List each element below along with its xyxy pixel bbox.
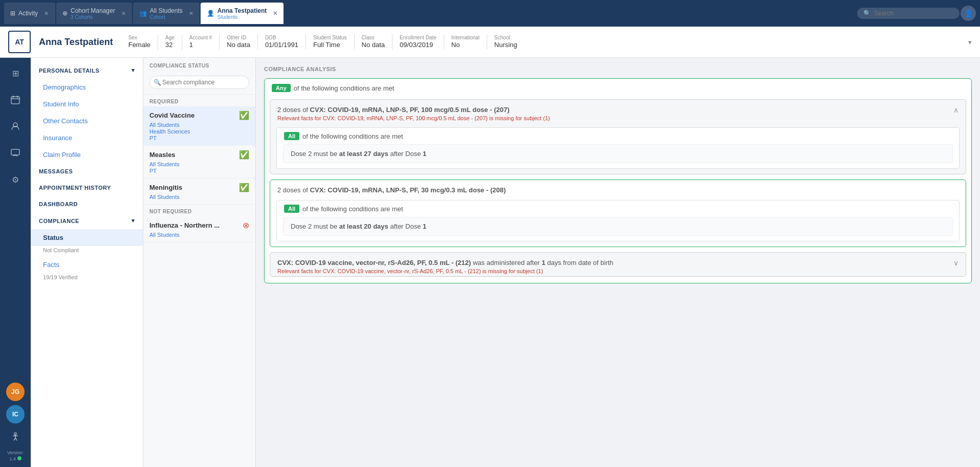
cohort-tab-subtitle: 3 Cohorts — [71, 14, 115, 20]
main-content: COMPLIANCE ANALYSIS Any of the following… — [256, 58, 980, 467]
compliance-chevron: ▾ — [132, 217, 135, 224]
nav-section-appointment[interactable]: APPOINTMENT HISTORY — [31, 180, 143, 196]
card208-rule: Dose 2 must be at least 20 days after Do… — [283, 217, 953, 236]
any-conditions-card: Any of the following conditions are met … — [264, 78, 972, 283]
any-badge: Any — [272, 84, 291, 92]
card208-all-box: All of the following conditions are met … — [276, 200, 960, 241]
search-icon: 🔍 — [863, 10, 871, 17]
patient-enrollment-field: Enrollment Date 09/03/2019 — [393, 34, 444, 50]
compliance-analysis-title: COMPLIANCE ANALYSIS — [264, 66, 972, 72]
cohort-tab-label: Cohort Manager — [71, 7, 115, 14]
global-search-input[interactable] — [874, 10, 946, 17]
all-students-tab-close[interactable]: ✕ — [189, 10, 193, 17]
svg-point-6 — [14, 433, 16, 435]
version-dot — [17, 456, 21, 460]
compliance-required-label: REQUIRED — [143, 95, 255, 106]
compliance-item-meningitis[interactable]: Meningitis ✅ All Students — [143, 179, 255, 205]
compliance-search-wrap: 🔍 — [149, 76, 249, 89]
activity-tab-close[interactable]: ✕ — [44, 10, 49, 17]
nav-item-student-info[interactable]: Student Info — [31, 96, 143, 113]
nav-section-messages[interactable]: MESSAGES — [31, 163, 143, 180]
patient-account-field: Account # 1 — [182, 34, 220, 50]
compliance-item-influenza[interactable]: Influenza - Northern ... ⊗ All Students — [143, 216, 255, 242]
patient-status-field: Student Status Full Time — [306, 34, 355, 50]
sidebar-icon-calendar[interactable] — [6, 91, 25, 109]
condition-card-207: 2 doses of CVX: COVID-19, mRNA, LNP-S, P… — [270, 99, 966, 174]
covid-check-icon: ✅ — [239, 110, 249, 120]
compliance-search-icon: 🔍 — [154, 79, 161, 86]
cohort-tab-close[interactable]: ✕ — [121, 10, 126, 17]
tab-all-students[interactable]: 👥 All Students Cohort ✕ — [133, 3, 200, 24]
svg-line-10 — [15, 438, 17, 440]
tab-anna-testpatient[interactable]: 👤 Anna Testpatient Students ✕ — [201, 3, 284, 24]
anna-tab-close[interactable]: ✕ — [273, 10, 277, 17]
all-badge-207: All — [284, 132, 299, 140]
nav-item-insurance[interactable]: Insurance — [31, 129, 143, 146]
patient-header: AT Anna Testpatient Sex Female Age 32 Ac… — [0, 27, 980, 58]
nav-section-personal-details[interactable]: PERSONAL DETAILS ▾ — [31, 62, 143, 79]
sidebar-icon-dashboard[interactable]: ⊞ — [6, 64, 25, 82]
meningitis-check-icon: ✅ — [239, 183, 249, 192]
all-badge-208: All — [284, 205, 299, 213]
patient-sex-field: Sex Female — [121, 34, 158, 50]
nav-item-compliance-facts[interactable]: Facts — [31, 256, 143, 273]
nav-item-demographics[interactable]: Demographics — [31, 79, 143, 96]
tab-cohort-manager[interactable]: ⊕ Cohort Manager 3 Cohorts ✕ — [56, 3, 132, 24]
sidebar-icon-accessibility[interactable] — [6, 428, 25, 446]
user-ic-avatar[interactable]: IC — [6, 405, 25, 424]
any-conditions-line: Any of the following conditions are met — [265, 79, 971, 96]
card207-rule: Dose 2 must be at least 27 days after Do… — [283, 144, 953, 163]
patient-school-field: School Nursing — [487, 34, 525, 50]
nav-compliance-status-sub: Not Compliant — [31, 246, 143, 256]
patient-dob-field: DOB 01/01/1991 — [258, 34, 306, 50]
patient-name: Anna Testpatient — [39, 37, 113, 48]
compliance-item-measles[interactable]: Measles ✅ All Students PT — [143, 146, 255, 179]
patient-header-expand[interactable]: ▾ — [968, 38, 972, 46]
compliance-search-input[interactable] — [149, 76, 249, 89]
card207-subtitle: Relevant facts for CVX: COVID-19, mRNA, … — [277, 115, 550, 121]
user-jg-avatar[interactable]: JG — [6, 383, 25, 401]
compliance-item-covid[interactable]: Covid Vaccine ✅ All Students Health Scie… — [143, 106, 255, 146]
svg-rect-0 — [11, 97, 19, 104]
sidebar-icon-settings[interactable]: ⚙ — [6, 170, 25, 189]
nav-item-claim-profile[interactable]: Claim Profile — [31, 146, 143, 163]
version-info: Version: 1.4 — [7, 450, 24, 461]
nav-item-other-contacts[interactable]: Other Contacts — [31, 113, 143, 129]
anna-tab-subtitle: Students — [217, 14, 267, 20]
sidebar-icon-person[interactable] — [6, 117, 25, 136]
compliance-status-title: COMPLIANCE STATUS — [143, 58, 255, 71]
card212-subtitle: Relevant facts for CVX: COVID-19 vaccine… — [277, 268, 614, 274]
tab-activity[interactable]: ⊞ Activity ✕ — [4, 3, 55, 24]
patient-age-field: Age 32 — [158, 34, 182, 50]
anna-tab-label: Anna Testpatient — [217, 7, 267, 14]
compliance-not-required-label: NOT REQUIRED — [143, 205, 255, 216]
sidebar-bottom: JG IC Version: 1.4 — [6, 383, 25, 461]
cohort-tab-icon: ⊕ — [62, 10, 68, 17]
nav-compliance-facts-sub: 19/19 Verified — [31, 273, 143, 283]
nav-section-dashboard[interactable]: DASHBOARD — [31, 196, 143, 212]
nav-menu: PERSONAL DETAILS ▾ Demographics Student … — [31, 58, 143, 467]
card212-title: CVX: COVID-19 vaccine, vector-nr, rS-Ad2… — [277, 259, 614, 266]
user-top-avatar[interactable]: 👤 — [961, 6, 976, 21]
sidebar-icon-messages[interactable] — [6, 144, 25, 162]
compliance-search-area: 🔍 — [143, 71, 255, 95]
personal-details-chevron: ▾ — [132, 67, 135, 74]
nav-item-compliance-status[interactable]: Status — [31, 229, 143, 246]
nav-section-compliance[interactable]: COMPLIANCE ▾ — [31, 212, 143, 229]
main-layout: ⊞ ⚙ JG IC — [0, 58, 980, 467]
all-students-tab-label: All Students — [150, 7, 183, 14]
influenza-cross-icon: ⊗ — [243, 220, 249, 230]
anna-tab-icon: 👤 — [207, 10, 214, 17]
condition-card-212: CVX: COVID-19 vaccine, vector-nr, rS-Ad2… — [270, 252, 966, 277]
compliance-status-panel: COMPLIANCE STATUS 🔍 REQUIRED Covid Vacci… — [143, 58, 256, 467]
patient-fields: Sex Female Age 32 Account # 1 Other ID N… — [121, 34, 960, 50]
card207-all-box: All of the following conditions are met … — [276, 127, 960, 169]
patient-international-field: International No — [444, 34, 487, 50]
patient-class-field: Class No data — [355, 34, 393, 50]
tabs-container: ⊞ Activity ✕ ⊕ Cohort Manager 3 Cohorts … — [4, 3, 856, 24]
svg-line-9 — [14, 438, 15, 440]
card212-chevron[interactable]: ∨ — [953, 259, 959, 267]
card207-title: 2 doses of CVX: COVID-19, mRNA, LNP-S, P… — [277, 106, 550, 114]
card207-chevron[interactable]: ∧ — [953, 106, 959, 114]
patient-avatar: AT — [8, 31, 31, 53]
